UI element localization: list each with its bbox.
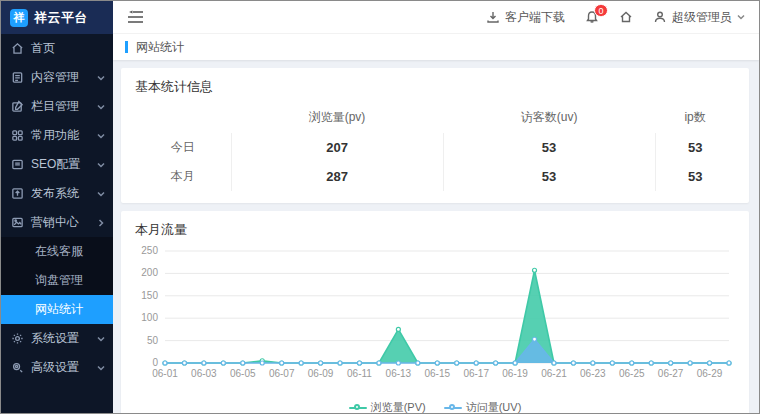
- svg-text:50: 50: [147, 335, 159, 346]
- main-area: 客户端下载 0 超级管理员 网站统计: [113, 1, 759, 413]
- download-icon: [486, 10, 500, 24]
- app-title: 祥云平台: [34, 9, 88, 27]
- sidebar-collapse-icon[interactable]: [127, 10, 145, 24]
- logo-icon: 祥: [10, 9, 28, 27]
- submenu-item-label: 询盘管理: [35, 272, 83, 289]
- today-pv-value: 207: [231, 133, 443, 162]
- row-label: 本月: [135, 162, 231, 191]
- today-ip-value: 53: [655, 133, 735, 162]
- svg-text:06-27: 06-27: [658, 368, 684, 379]
- sidebar-item-label: 发布系统: [31, 185, 97, 202]
- submenu-item-label: 网站统计: [35, 301, 83, 318]
- svg-text:06-15: 06-15: [424, 368, 450, 379]
- legend-item[interactable]: 浏览量(PV): [349, 400, 426, 413]
- edit-icon: [11, 100, 24, 113]
- sidebar-item-label: 常用功能: [31, 127, 97, 144]
- submenu-item-online-service[interactable]: 在线客服: [1, 237, 113, 266]
- sidebar-item-common-functions[interactable]: 常用功能: [1, 121, 113, 150]
- sidebar-item-seo-config[interactable]: SEO配置: [1, 150, 113, 179]
- chevron-down-icon: [97, 132, 105, 140]
- submenu-item-label: 在线客服: [35, 243, 83, 260]
- sidebar-item-marketing-center[interactable]: 营销中心: [1, 208, 113, 237]
- client-download-button[interactable]: 客户端下载: [486, 9, 565, 26]
- svg-text:100: 100: [141, 312, 158, 323]
- svg-text:06-17: 06-17: [463, 368, 489, 379]
- stats-card-title: 基本统计信息: [121, 68, 749, 98]
- sidebar-item-label: 系统设置: [31, 330, 97, 347]
- image-icon: [11, 216, 24, 229]
- table-row-today: 今日 207 53 53: [135, 133, 735, 162]
- home-icon: [11, 42, 24, 55]
- sidebar-item-label: 内容管理: [31, 69, 97, 86]
- sidebar-item-label: 栏目管理: [31, 98, 97, 115]
- submenu-item-inquiry-mgmt[interactable]: 询盘管理: [1, 266, 113, 295]
- chevron-right-icon: [97, 219, 105, 227]
- sidebar-item-label: 首页: [31, 40, 105, 57]
- sidebar-item-publish-system[interactable]: 发布系统: [1, 179, 113, 208]
- chevron-down-icon: [97, 74, 105, 82]
- advanced-gear-icon: [11, 361, 24, 374]
- sidebar-item-home[interactable]: 首页: [1, 34, 113, 63]
- svg-text:200: 200: [141, 267, 158, 278]
- sidebar: 祥 祥云平台 首页 内容管理 栏目管理 常用功能: [1, 1, 113, 413]
- table-row-month: 本月 287 53 53: [135, 162, 735, 191]
- sidebar-item-advanced-settings[interactable]: 高级设置: [1, 353, 113, 382]
- svg-text:06-13: 06-13: [386, 368, 412, 379]
- top-bar: 客户端下载 0 超级管理员: [113, 1, 759, 34]
- username-label: 超级管理员: [672, 9, 732, 26]
- notification-badge: 0: [594, 4, 608, 17]
- marketing-submenu: 在线客服 询盘管理 网站统计: [1, 237, 113, 324]
- svg-text:06-23: 06-23: [580, 368, 606, 379]
- house-icon: [619, 10, 633, 24]
- publish-icon: [11, 187, 24, 200]
- breadcrumb: 网站统计: [113, 34, 759, 60]
- legend-marker-icon: [349, 404, 367, 412]
- chevron-down-icon: [97, 364, 105, 372]
- sidebar-item-label: 营销中心: [31, 214, 97, 231]
- stats-header-row: 浏览量(pv) 访客数(uv) ip数: [135, 102, 735, 133]
- stats-table: 浏览量(pv) 访客数(uv) ip数 今日 207 53 53: [135, 102, 735, 191]
- home-button[interactable]: [619, 10, 633, 24]
- topbar-actions: 客户端下载 0 超级管理员: [486, 9, 745, 26]
- sidebar-item-system-settings[interactable]: 系统设置: [1, 324, 113, 353]
- stats-col-ip: ip数: [655, 102, 735, 133]
- document-icon: [11, 71, 24, 84]
- stats-col-pv: 浏览量(pv): [231, 102, 443, 133]
- svg-text:06-21: 06-21: [541, 368, 567, 379]
- sidebar-item-label: SEO配置: [31, 156, 97, 173]
- traffic-chart-canvas[interactable]: 05010015020025006-0106-0306-0506-0706-09…: [131, 243, 739, 395]
- user-icon: [653, 10, 667, 24]
- client-download-label: 客户端下载: [505, 9, 565, 26]
- sidebar-item-column-mgmt[interactable]: 栏目管理: [1, 92, 113, 121]
- submenu-item-site-statistics[interactable]: 网站统计: [1, 295, 113, 324]
- sidebar-nav: 首页 内容管理 栏目管理 常用功能 SEO配置: [1, 34, 113, 413]
- sidebar-item-content-mgmt[interactable]: 内容管理: [1, 63, 113, 92]
- svg-text:06-09: 06-09: [308, 368, 334, 379]
- svg-text:250: 250: [141, 245, 158, 256]
- grid-icon: [11, 129, 24, 142]
- app-logo[interactable]: 祥 祥云平台: [1, 1, 113, 34]
- user-menu[interactable]: 超级管理员: [653, 9, 745, 26]
- traffic-chart: 05010015020025006-0106-0306-0506-0706-09…: [121, 241, 749, 413]
- stats-col-uv: 访客数(uv): [443, 102, 655, 133]
- svg-text:06-29: 06-29: [697, 368, 723, 379]
- chevron-down-icon: [97, 161, 105, 169]
- svg-text:150: 150: [141, 290, 158, 301]
- svg-text:06-07: 06-07: [269, 368, 295, 379]
- notifications-button[interactable]: 0: [585, 10, 599, 24]
- stats-col-empty: [135, 102, 231, 133]
- chevron-down-icon: [97, 335, 105, 343]
- gear-icon: [11, 332, 24, 345]
- month-pv-value: 287: [231, 162, 443, 191]
- basic-stats-card: 基本统计信息 浏览量(pv) 访客数(uv) ip数 今日: [121, 68, 749, 203]
- breadcrumb-accent-bar: [125, 41, 128, 53]
- svg-text:06-05: 06-05: [230, 368, 256, 379]
- legend-marker-icon: [444, 404, 462, 412]
- monitor-icon: [11, 158, 24, 171]
- chevron-down-icon: [97, 190, 105, 198]
- row-label: 今日: [135, 133, 231, 162]
- svg-text:0: 0: [152, 357, 158, 368]
- legend-item[interactable]: 访问量(UV): [444, 400, 522, 413]
- chart-legend: 浏览量(PV)访问量(UV): [131, 400, 739, 413]
- chart-title: 本月流量: [121, 211, 749, 241]
